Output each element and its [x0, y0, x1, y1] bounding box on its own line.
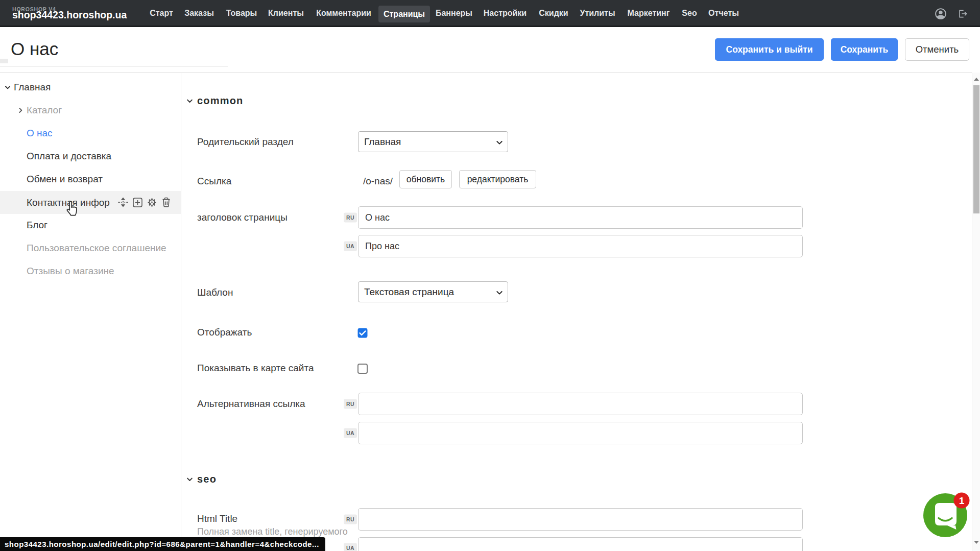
svg-text:1: 1: [959, 495, 965, 506]
